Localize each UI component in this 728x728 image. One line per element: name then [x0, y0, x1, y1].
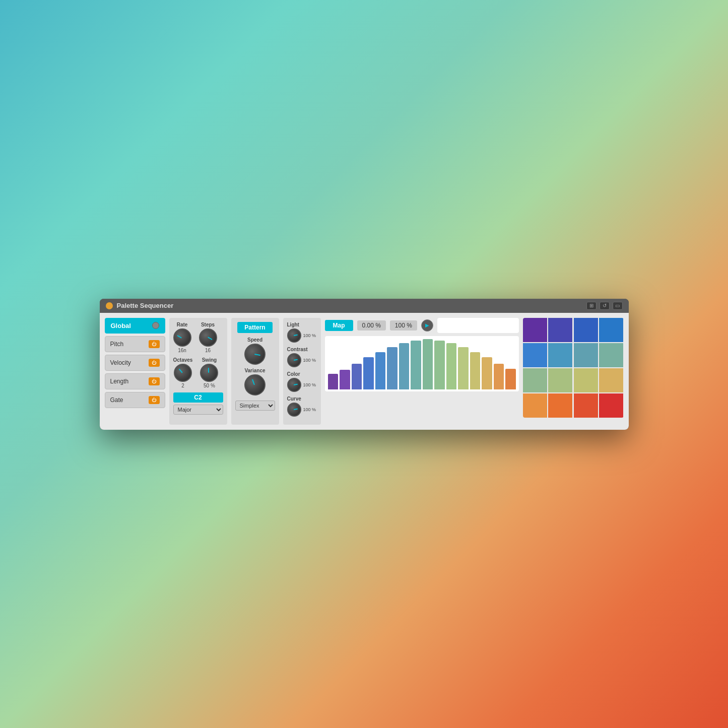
gate-button[interactable]: Gate ⏻	[105, 392, 165, 408]
curve-knob-row: 100 %	[287, 403, 316, 417]
palette-cell-7[interactable]	[599, 343, 623, 367]
curve-group: Curve 100 %	[287, 396, 317, 417]
curve-label: Curve	[287, 396, 301, 402]
steps-value: 16	[205, 348, 211, 353]
palette-cell-5[interactable]	[548, 343, 572, 367]
close-button[interactable]: ▭	[613, 302, 623, 310]
contrast-group: Contrast 100 %	[287, 347, 317, 367]
bar-15	[505, 369, 516, 389]
resize-button[interactable]: ⊞	[586, 302, 597, 310]
swing-knob-indicator	[208, 368, 209, 373]
key-display[interactable]: C2	[173, 392, 223, 403]
speed-knob-indicator	[254, 354, 260, 356]
bar-3	[363, 357, 374, 389]
palette-cell-0[interactable]	[523, 318, 547, 342]
waveform-display	[437, 318, 519, 333]
title-bar: Palette Sequencer ⊞ ↺ ▭	[100, 299, 629, 313]
palette-cell-10[interactable]	[574, 368, 598, 392]
palette-cell-9[interactable]	[548, 368, 572, 392]
algo-select[interactable]: Simplex Perlin Random	[235, 401, 275, 411]
palette-cell-6[interactable]	[574, 343, 598, 367]
palette-cell-8[interactable]	[523, 368, 547, 392]
contrast-knob-row: 100 %	[287, 353, 316, 367]
play-button[interactable]: ▶	[421, 319, 433, 332]
rate-knob[interactable]	[173, 328, 191, 347]
contrast-knob-indicator	[293, 359, 297, 360]
light-panel: Light 100 % Contrast 100 % C	[283, 318, 321, 425]
length-label: Length	[110, 378, 129, 385]
palette-cell-4[interactable]	[523, 343, 547, 367]
bar-7	[411, 341, 421, 389]
map-button[interactable]: Map	[325, 320, 353, 331]
color-knob-indicator	[293, 383, 297, 385]
color-group: Color 100 %	[287, 371, 317, 392]
pitch-button[interactable]: Pitch ⏻	[105, 336, 165, 352]
speed-group: Speed	[235, 337, 275, 365]
octaves-group: Octaves 2	[173, 357, 193, 388]
palette-cell-14[interactable]	[574, 393, 598, 418]
bar-9	[434, 341, 445, 389]
steps-knob[interactable]	[199, 328, 217, 347]
bar-4	[375, 352, 386, 389]
contrast-knob[interactable]	[287, 353, 301, 367]
octaves-value: 2	[181, 383, 184, 388]
variance-label: Variance	[244, 368, 265, 373]
palette-cell-1[interactable]	[548, 318, 572, 342]
variance-knob[interactable]	[244, 374, 266, 395]
bar-10	[446, 343, 457, 389]
scale-select[interactable]: Major Minor Pentatonic	[173, 405, 223, 415]
title-dot	[106, 302, 113, 309]
plugin-body: Global Pitch ⏻ Velocity ⏻ Length ⏻ Gate …	[100, 313, 629, 430]
global-label: Global	[111, 322, 131, 329]
bar-14	[494, 364, 504, 389]
light-knob-row: 100 %	[287, 328, 316, 343]
bar-11	[458, 347, 469, 389]
velocity-power[interactable]: ⏻	[149, 359, 160, 367]
palette-cell-2[interactable]	[574, 318, 598, 342]
palette-cell-11[interactable]	[599, 368, 623, 392]
length-power[interactable]: ⏻	[149, 377, 160, 385]
rate-group: Rate 16n	[173, 322, 191, 353]
color-label: Color	[287, 371, 300, 377]
length-button[interactable]: Length ⏻	[105, 373, 165, 389]
light-knob[interactable]	[287, 328, 301, 343]
pattern-button[interactable]: Pattern	[237, 322, 272, 333]
palette-cell-12[interactable]	[523, 393, 547, 418]
curve-knob[interactable]	[287, 403, 301, 417]
bar-6	[399, 343, 410, 389]
bar-0	[328, 374, 339, 389]
contrast-value: 100 %	[303, 358, 316, 363]
steps-group: Steps 16	[199, 322, 217, 353]
color-knob-row: 100 %	[287, 378, 316, 392]
bar-1	[340, 370, 350, 389]
velocity-label: Velocity	[110, 359, 131, 366]
color-knob[interactable]	[287, 378, 301, 392]
color-value: 100 %	[303, 382, 316, 387]
plugin-window: Palette Sequencer ⊞ ↺ ▭ Global Pitch ⏻ V…	[100, 299, 629, 430]
light-value: 100 %	[303, 333, 316, 338]
rate-knob-indicator	[177, 335, 182, 339]
bar-2	[352, 364, 362, 389]
title-buttons: ⊞ ↺ ▭	[586, 302, 623, 310]
map-value2: 100 %	[390, 320, 417, 330]
palette-cell-3[interactable]	[599, 318, 623, 342]
palette-cell-15[interactable]	[599, 393, 623, 418]
swing-knob[interactable]	[200, 364, 218, 382]
pitch-power[interactable]: ⏻	[149, 340, 160, 348]
gate-power[interactable]: ⏻	[149, 396, 160, 404]
velocity-button[interactable]: Velocity ⏻	[105, 355, 165, 371]
global-led	[152, 322, 159, 329]
pitch-label: Pitch	[110, 341, 124, 348]
refresh-button[interactable]: ↺	[600, 302, 610, 310]
speed-knob[interactable]	[244, 344, 266, 365]
octaves-knob-indicator	[179, 368, 183, 373]
octaves-knob[interactable]	[174, 364, 192, 382]
octaves-label: Octaves	[173, 357, 193, 363]
bar-visualizer	[325, 336, 519, 391]
rate-value: 16n	[178, 348, 186, 353]
global-button[interactable]: Global	[105, 318, 165, 334]
light-knob-indicator	[293, 334, 297, 336]
bar-5	[387, 347, 398, 389]
light-group: Light 100 %	[287, 322, 317, 343]
palette-cell-13[interactable]	[548, 393, 572, 418]
